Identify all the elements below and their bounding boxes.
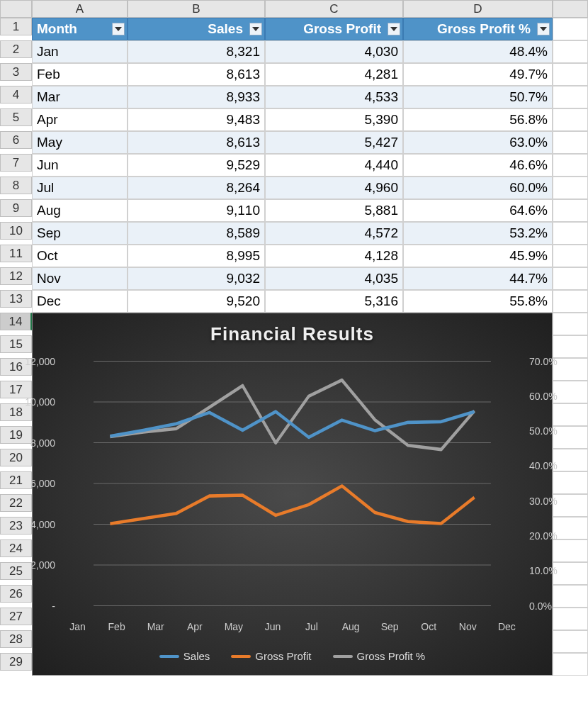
row-header-27[interactable]: 27: [0, 608, 32, 625]
cell-empty[interactable]: [553, 177, 588, 199]
cell-empty[interactable]: [553, 63, 588, 86]
cell-gross-profit-pct[interactable]: 46.6%: [403, 154, 553, 177]
cell-gross-profit[interactable]: 4,030: [265, 40, 403, 63]
cell-sales[interactable]: 8,321: [128, 40, 265, 63]
cell-empty[interactable]: [553, 653, 588, 676]
column-header-A[interactable]: A: [32, 0, 128, 18]
cell-month[interactable]: Sep: [32, 222, 128, 245]
cell-gross-profit[interactable]: 4,960: [265, 177, 403, 199]
row-header-10[interactable]: 10: [0, 222, 32, 240]
cell-gross-profit-pct[interactable]: 53.2%: [403, 222, 553, 245]
row-header-2[interactable]: 2: [0, 40, 32, 58]
legend-item-gross-profit-pct[interactable]: Gross Profit %: [333, 650, 426, 662]
cell-empty[interactable]: [553, 630, 588, 653]
cell-sales[interactable]: 9,110: [128, 199, 265, 222]
row-header-7[interactable]: 7: [0, 154, 32, 172]
row-header-24[interactable]: 24: [0, 539, 32, 557]
row-header-1[interactable]: 1: [0, 18, 32, 35]
filter-dropdown-icon[interactable]: [537, 23, 550, 35]
cell-sales[interactable]: 8,613: [128, 131, 265, 154]
cell-month[interactable]: Jun: [32, 154, 128, 177]
cell-empty[interactable]: [553, 40, 588, 63]
legend-item-gross-profit[interactable]: Gross Profit: [231, 650, 311, 662]
cell-gross-profit[interactable]: 5,881: [265, 199, 403, 222]
cell-empty[interactable]: [553, 449, 588, 471]
table-header-month[interactable]: Month: [32, 18, 128, 40]
series-gross-profit[interactable]: [110, 486, 474, 523]
cell-gross-profit-pct[interactable]: 63.0%: [403, 131, 553, 154]
cell-sales[interactable]: 9,529: [128, 154, 265, 177]
cell-empty[interactable]: [553, 154, 588, 177]
cell-gross-profit-pct[interactable]: 56.8%: [403, 108, 553, 131]
cell-sales[interactable]: 8,264: [128, 177, 265, 199]
cell-gross-profit-pct[interactable]: 60.0%: [403, 177, 553, 199]
cell-empty[interactable]: [553, 131, 588, 154]
row-header-8[interactable]: 8: [0, 177, 32, 194]
cell-gross-profit[interactable]: 5,390: [265, 108, 403, 131]
cell-gross-profit-pct[interactable]: 44.7%: [403, 267, 553, 290]
row-header-14[interactable]: 14: [0, 313, 32, 330]
cell-month[interactable]: Dec: [32, 290, 128, 313]
cell-sales[interactable]: 8,995: [128, 245, 265, 267]
row-header-29[interactable]: 29: [0, 653, 32, 671]
cell-sales[interactable]: 8,589: [128, 222, 265, 245]
cell-empty[interactable]: [553, 335, 588, 358]
filter-dropdown-icon[interactable]: [249, 23, 262, 35]
cell-gross-profit[interactable]: 4,572: [265, 222, 403, 245]
cell-empty[interactable]: [553, 585, 588, 608]
cell-empty[interactable]: [553, 86, 588, 108]
cell-month[interactable]: Jul: [32, 177, 128, 199]
cell-empty[interactable]: [553, 403, 588, 426]
cell-gross-profit[interactable]: 4,440: [265, 154, 403, 177]
row-header-9[interactable]: 9: [0, 199, 32, 217]
cell-empty[interactable]: [553, 290, 588, 313]
cell-month[interactable]: Apr: [32, 108, 128, 131]
cell-empty[interactable]: [553, 494, 588, 517]
cell-empty[interactable]: [553, 471, 588, 494]
row-header-11[interactable]: 11: [0, 245, 32, 262]
cell-empty[interactable]: [553, 108, 588, 131]
cell-gross-profit[interactable]: 4,281: [265, 63, 403, 86]
column-header-extra[interactable]: [553, 0, 588, 18]
series-gross-profit-pct[interactable]: [110, 380, 474, 449]
cell-empty[interactable]: [553, 426, 588, 449]
row-header-20[interactable]: 20: [0, 449, 32, 466]
cell-gross-profit-pct[interactable]: 64.6%: [403, 199, 553, 222]
row-header-19[interactable]: 19: [0, 426, 32, 444]
cell-sales[interactable]: 9,483: [128, 108, 265, 131]
cell-month[interactable]: Jan: [32, 40, 128, 63]
cell-month[interactable]: May: [32, 131, 128, 154]
cell-gross-profit[interactable]: 5,427: [265, 131, 403, 154]
cell-month[interactable]: Oct: [32, 245, 128, 267]
row-header-13[interactable]: 13: [0, 290, 32, 308]
row-header-12[interactable]: 12: [0, 267, 32, 285]
row-header-28[interactable]: 28: [0, 630, 32, 648]
cell-gross-profit[interactable]: 4,035: [265, 267, 403, 290]
cell-empty[interactable]: [553, 539, 588, 562]
row-header-5[interactable]: 5: [0, 108, 32, 126]
row-header-3[interactable]: 3: [0, 63, 32, 81]
table-header-gross-profit[interactable]: Gross Profit: [265, 18, 403, 40]
table-header-sales[interactable]: Sales: [128, 18, 265, 40]
row-header-21[interactable]: 21: [0, 471, 32, 489]
cell-empty[interactable]: [553, 199, 588, 222]
cell-gross-profit-pct[interactable]: 55.8%: [403, 290, 553, 313]
cell-empty[interactable]: [553, 313, 588, 335]
row-header-4[interactable]: 4: [0, 86, 32, 104]
row-header-22[interactable]: 22: [0, 494, 32, 512]
cell-empty[interactable]: [553, 358, 588, 381]
cell-empty[interactable]: [553, 608, 588, 630]
select-all-corner[interactable]: [0, 0, 32, 18]
row-header-23[interactable]: 23: [0, 517, 32, 535]
cell-empty[interactable]: [553, 222, 588, 245]
column-header-D[interactable]: D: [403, 0, 553, 18]
cell-gross-profit[interactable]: 5,316: [265, 290, 403, 313]
cell-sales[interactable]: 8,613: [128, 63, 265, 86]
filter-dropdown-icon[interactable]: [112, 23, 125, 35]
chart-object[interactable]: Financial Results -2,0004,0006,0008,0001…: [32, 313, 553, 676]
cell-gross-profit-pct[interactable]: 45.9%: [403, 245, 553, 267]
filter-dropdown-icon[interactable]: [388, 23, 400, 35]
cell-empty[interactable]: [553, 245, 588, 267]
cell-gross-profit-pct[interactable]: 50.7%: [403, 86, 553, 108]
cell-empty[interactable]: [553, 517, 588, 539]
